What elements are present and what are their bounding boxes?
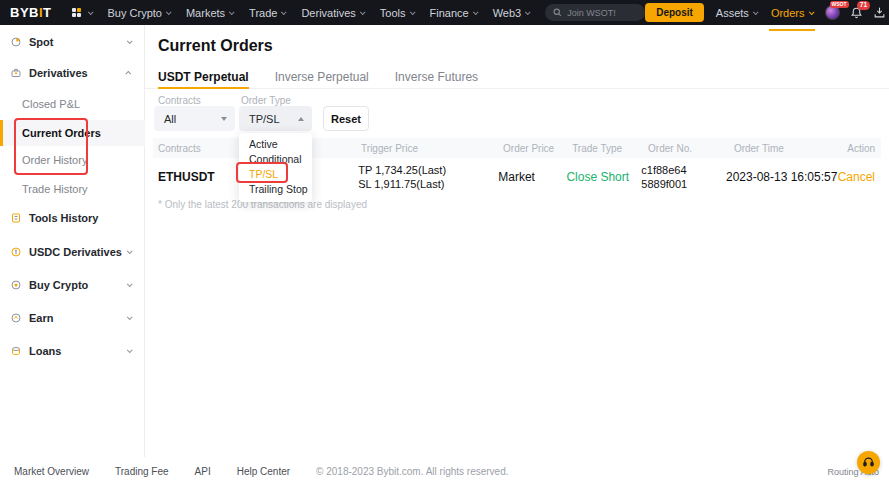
header-order-price: Order Price bbox=[498, 143, 567, 154]
deposit-button[interactable]: Deposit bbox=[645, 3, 704, 22]
nav-trade[interactable]: Trade bbox=[241, 0, 293, 25]
reset-button[interactable]: Reset bbox=[323, 106, 369, 131]
header-action: Action bbox=[847, 143, 881, 154]
order-type-select[interactable]: TP/SL bbox=[239, 106, 312, 131]
nav-label: Derivatives bbox=[301, 7, 355, 19]
footer-link-market-overview[interactable]: Market Overview bbox=[14, 466, 89, 477]
sidebar-subitem-label: Closed P&L bbox=[22, 98, 80, 110]
user-avatar[interactable]: WSOT bbox=[825, 5, 840, 20]
logo-text: BYB bbox=[10, 5, 39, 20]
footer-link-trading-fee[interactable]: Trading Fee bbox=[115, 466, 169, 477]
tools-history-icon bbox=[10, 212, 22, 224]
sidebar-item-order-history[interactable]: Order History bbox=[0, 150, 145, 170]
nav-assets[interactable]: Assets bbox=[714, 0, 759, 25]
sidebar-item-usdc-derivatives[interactable]: USDC Derivatives bbox=[0, 242, 145, 262]
nav-label: Finance bbox=[430, 7, 469, 19]
header-order-no: Order No. bbox=[643, 143, 729, 154]
avatar-wsot-badge: WSOT bbox=[830, 1, 849, 8]
nav-derivatives[interactable]: Derivatives bbox=[293, 0, 371, 25]
sidebar-item-label: Buy Crypto bbox=[29, 279, 88, 291]
sidebar-item-buy-crypto[interactable]: Buy Crypto bbox=[0, 275, 145, 295]
sidebar-item-label: Earn bbox=[29, 312, 53, 324]
chevron-down-icon bbox=[360, 9, 366, 15]
chevron-down-icon bbox=[127, 347, 133, 353]
cancel-order-button[interactable]: Cancel bbox=[838, 170, 881, 184]
dropdown-option-active[interactable]: Active bbox=[239, 137, 312, 152]
cell-trigger-price: TP 1,734.25(Last) SL 1,911.75(Last) bbox=[353, 163, 493, 191]
buy-crypto-icon bbox=[10, 279, 22, 291]
nav-label: Buy Crypto bbox=[108, 7, 162, 19]
dropdown-option-tpsl[interactable]: TP/SL bbox=[239, 167, 312, 182]
chevron-up-icon bbox=[125, 71, 131, 77]
footer-link-api[interactable]: API bbox=[195, 466, 211, 477]
sidebar-item-label: Loans bbox=[29, 345, 61, 357]
search-input[interactable] bbox=[567, 8, 637, 18]
trigger-sl: SL 1,911.75(Last) bbox=[358, 177, 493, 191]
sidebar-item-spot[interactable]: Spot bbox=[0, 32, 145, 52]
contracts-select[interactable]: All bbox=[154, 106, 235, 131]
nav-tools[interactable]: Tools bbox=[372, 0, 422, 25]
apps-grid-menu[interactable] bbox=[64, 0, 100, 25]
header-trigger-price: Trigger Price bbox=[356, 143, 498, 154]
notifications-button[interactable]: 71 bbox=[850, 6, 863, 19]
tab-label: Inverse Perpetual bbox=[275, 70, 369, 84]
nav-label: Web3 bbox=[493, 7, 522, 19]
footer-link-help-center[interactable]: Help Center bbox=[237, 466, 290, 477]
sidebar-item-closed-pnl[interactable]: Closed P&L bbox=[0, 94, 145, 114]
headset-icon bbox=[862, 456, 875, 469]
nav-web3[interactable]: Web3 bbox=[485, 0, 538, 25]
nav-markets[interactable]: Markets bbox=[178, 0, 241, 25]
nav-label: Assets bbox=[716, 7, 749, 19]
sidebar-subitem-label: Trade History bbox=[22, 183, 88, 195]
chevron-down-icon bbox=[127, 248, 133, 254]
nav-label: Tools bbox=[380, 7, 406, 19]
tab-label: Inverse Futures bbox=[395, 70, 478, 84]
logo-text-2: T bbox=[43, 5, 51, 20]
chevron-down-icon bbox=[409, 9, 415, 15]
earn-icon bbox=[10, 312, 22, 324]
search-box[interactable] bbox=[545, 4, 645, 21]
nav-orders[interactable]: Orders bbox=[769, 0, 815, 25]
main-content: Current Orders USDT Perpetual Inverse Pe… bbox=[145, 25, 889, 457]
nav-label: Trade bbox=[249, 7, 277, 19]
tab-bar: USDT Perpetual Inverse Perpetual Inverse… bbox=[145, 65, 889, 89]
bybit-logo[interactable]: BYBIT bbox=[10, 5, 52, 20]
chevron-down-icon bbox=[753, 9, 759, 15]
copyright-text: © 2018-2023 Bybit.com. All rights reserv… bbox=[316, 466, 508, 477]
tab-inverse-futures[interactable]: Inverse Futures bbox=[395, 65, 478, 88]
sidebar-item-tools-history[interactable]: Tools History bbox=[0, 208, 145, 228]
footer: Market Overview Trading Fee API Help Cen… bbox=[0, 457, 889, 485]
sidebar-item-earn[interactable]: Earn bbox=[0, 308, 145, 328]
download-app-icon[interactable] bbox=[873, 6, 886, 19]
trigger-tp: TP 1,734.25(Last) bbox=[358, 163, 493, 177]
support-chat-button[interactable] bbox=[857, 451, 880, 474]
sidebar-item-derivatives[interactable]: Derivatives bbox=[0, 63, 145, 83]
tab-inverse-perpetual[interactable]: Inverse Perpetual bbox=[275, 65, 369, 88]
contracts-filter-label: Contracts bbox=[158, 95, 201, 106]
sidebar-item-label: USDC Derivatives bbox=[29, 246, 122, 258]
dropdown-option-trailing-stop[interactable]: Trailing Stop bbox=[239, 182, 312, 197]
order-type-filter-label: Order Type bbox=[241, 95, 291, 106]
sidebar-item-loans[interactable]: Loans bbox=[0, 341, 145, 361]
sidebar-item-label: Spot bbox=[29, 36, 53, 48]
dropdown-option-conditional[interactable]: Conditional bbox=[239, 152, 312, 167]
chevron-down-icon bbox=[127, 38, 133, 44]
top-navigation-bar: BYBIT Buy Crypto Markets Trade Derivativ… bbox=[0, 0, 889, 25]
caret-up-icon bbox=[298, 117, 304, 121]
chevron-down-icon bbox=[281, 9, 287, 15]
sidebar: Spot Derivatives Closed P&L Current Orde… bbox=[0, 25, 145, 457]
loans-icon bbox=[10, 345, 22, 357]
chevron-down-icon bbox=[808, 9, 814, 15]
apps-grid-icon bbox=[72, 8, 81, 17]
nav-buy-crypto[interactable]: Buy Crypto bbox=[100, 0, 178, 25]
tab-usdt-perpetual[interactable]: USDT Perpetual bbox=[158, 65, 249, 88]
chevron-down-icon bbox=[525, 9, 531, 15]
sidebar-item-trade-history[interactable]: Trade History bbox=[0, 179, 145, 199]
header-trade-type: Trade Type bbox=[567, 143, 643, 154]
chevron-down-icon bbox=[166, 9, 172, 15]
cell-trade-type: Close Short bbox=[561, 170, 636, 184]
nav-finance[interactable]: Finance bbox=[422, 0, 485, 25]
sidebar-item-current-orders[interactable]: Current Orders bbox=[0, 123, 145, 143]
caret-down-icon bbox=[221, 117, 227, 121]
order-type-dropdown: Active Conditional TP/SL Trailing Stop bbox=[239, 133, 312, 202]
